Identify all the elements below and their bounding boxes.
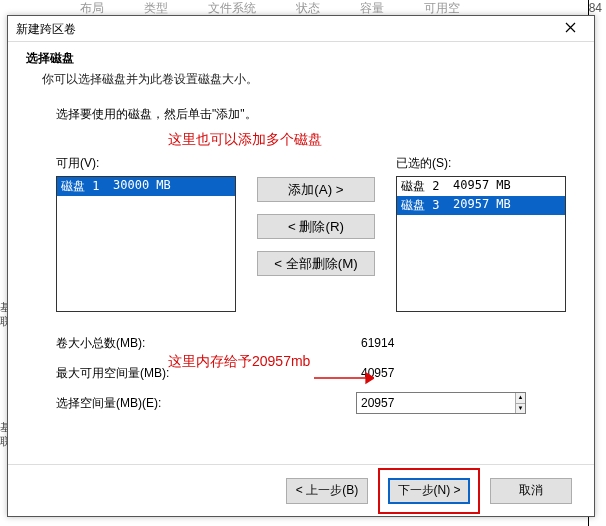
remove-all-button[interactable]: < 全部删除(M) (257, 251, 375, 276)
select-space-spinner[interactable]: ▲ ▼ (356, 392, 526, 414)
intro-block: 选择磁盘 你可以选择磁盘并为此卷设置磁盘大小。 (8, 42, 594, 92)
available-listbox[interactable]: 磁盘 1 30000 MB (56, 176, 236, 312)
window-title: 新建跨区卷 (16, 16, 76, 42)
cancel-button[interactable]: 取消 (490, 478, 572, 504)
intro-sub: 你可以选择磁盘并为此卷设置磁盘大小。 (26, 71, 576, 88)
background-value: 84 (589, 1, 602, 15)
select-space-input[interactable] (357, 393, 515, 413)
titlebar: 新建跨区卷 (8, 16, 594, 42)
total-size-label: 卷大小总数(MB): (56, 335, 356, 352)
back-button[interactable]: < 上一步(B) (286, 478, 368, 504)
intro-heading: 选择磁盘 (26, 50, 576, 67)
select-space-label: 选择空间量(MB)(E): (56, 395, 356, 412)
add-button[interactable]: 添加(A) > (257, 177, 375, 202)
dialog-footer: < 上一步(B) 下一步(N) > 取消 (8, 464, 594, 516)
close-icon (565, 19, 576, 36)
available-item[interactable]: 磁盘 1 30000 MB (57, 177, 235, 196)
max-space-label: 最大可用空间量(MB): (56, 365, 356, 382)
total-size-value: 61914 (356, 333, 526, 353)
spin-down-icon[interactable]: ▼ (516, 404, 525, 414)
next-button[interactable]: 下一步(N) > (388, 478, 470, 504)
selected-item[interactable]: 磁盘 3 20957 MB (397, 196, 565, 215)
close-button[interactable] (552, 17, 588, 41)
spin-up-icon[interactable]: ▲ (516, 393, 525, 404)
selected-item[interactable]: 磁盘 2 40957 MB (397, 177, 565, 196)
annotation-top: 这里也可以添加多个磁盘 (8, 127, 594, 149)
new-spanned-volume-dialog: 新建跨区卷 选择磁盘 你可以选择磁盘并为此卷设置磁盘大小。 选择要使用的磁盘，然… (7, 15, 595, 517)
selected-listbox[interactable]: 磁盘 2 40957 MB 磁盘 3 20957 MB (396, 176, 566, 312)
max-space-value: 40957 (356, 363, 526, 383)
annotation-next-highlight: 下一步(N) > (378, 468, 480, 514)
remove-button[interactable]: < 删除(R) (257, 214, 375, 239)
selected-label: 已选的(S): (396, 155, 566, 172)
available-label: 可用(V): (56, 155, 236, 172)
instruction-line: 选择要使用的磁盘，然后单击"添加"。 (8, 92, 594, 127)
